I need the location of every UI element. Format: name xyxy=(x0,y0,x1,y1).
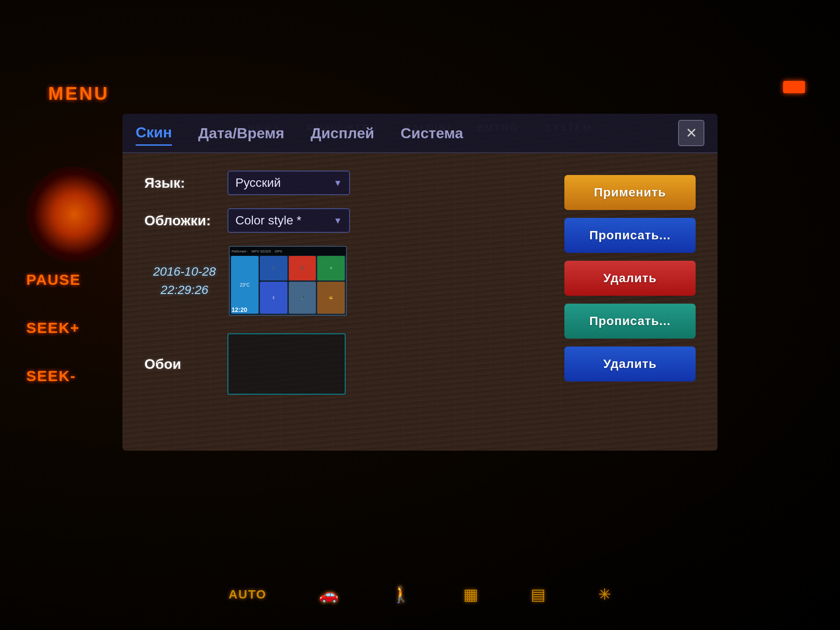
language-value: Русский xyxy=(235,176,281,190)
register1-button[interactable]: Прописать... xyxy=(564,218,696,253)
wallpaper-label: Обои xyxy=(144,356,214,372)
preview-tile-radio: 📻 xyxy=(317,282,345,314)
indicator-light xyxy=(783,81,805,93)
language-dropdown-arrow: ▼ xyxy=(333,178,342,188)
wallpaper-section: Обои xyxy=(144,333,547,395)
datetime-block: 2016-10-28 22:29:26 xyxy=(153,262,216,299)
tab-datetime[interactable]: Дата/Время xyxy=(198,121,284,145)
preview-status-bar: Работает- MPV 32/323 GPS xyxy=(230,247,346,256)
preview-row: 2016-10-28 22:29:26 Работает- MPV 32/323… xyxy=(144,246,547,316)
preview-status-text: Работает- MPV 32/323 GPS xyxy=(231,249,282,253)
pause-button[interactable]: PAUSE xyxy=(26,271,81,288)
person-icon: 🚶 xyxy=(391,585,411,604)
preview-time: 12:20 xyxy=(231,306,247,313)
content-area: Язык: Русский ▼ Обложки: Color style * ▼… xyxy=(122,153,718,451)
covers-dropdown-arrow: ▼ xyxy=(333,216,342,226)
left-section: Язык: Русский ▼ Обложки: Color style * ▼… xyxy=(144,171,547,433)
delete1-button[interactable]: Удалить xyxy=(564,261,696,296)
bottom-bar: AUTO 🚗 🚶 ▦ ▤ ✳ xyxy=(0,585,840,604)
covers-label: Обложки: xyxy=(144,213,214,229)
covers-row: Обложки: Color style * ▼ xyxy=(144,208,547,233)
delete2-button[interactable]: Удалить xyxy=(564,346,696,382)
menu-label[interactable]: MENU xyxy=(48,83,109,104)
language-row: Язык: Русский ▼ xyxy=(144,171,547,195)
preview-tile-weather: 23°C xyxy=(231,256,259,314)
covers-select[interactable]: Color style * ▼ xyxy=(228,208,350,233)
wallpaper-preview[interactable] xyxy=(228,333,346,395)
close-button[interactable]: ✕ xyxy=(678,120,704,146)
tab-skin[interactable]: Скин xyxy=(136,120,172,146)
preview-tile-phone: 🎧 xyxy=(289,256,316,280)
register2-button[interactable]: Прописать... xyxy=(564,304,696,339)
auto-label[interactable]: AUTO xyxy=(229,588,267,602)
heat1-icon: ▦ xyxy=(463,585,478,604)
right-section: Применить Прописать... Удалить Прописать… xyxy=(564,171,696,433)
tab-display[interactable]: Дисплей xyxy=(311,121,374,145)
preview-tile-tv: 📺 xyxy=(289,282,316,314)
preview-tile-music: 🎵 xyxy=(260,256,287,280)
fan-icon: ✳ xyxy=(598,585,611,604)
time-display: 22:29:26 xyxy=(153,281,216,299)
language-label: Язык: xyxy=(144,175,214,191)
preview-tile-dvd: ⊙ xyxy=(317,256,345,280)
seek-plus-button[interactable]: SEEK+ xyxy=(26,319,80,336)
main-screen: Скин Дата/Время Дисплей Система ✕ Язык: … xyxy=(122,114,718,451)
tab-bar: Скин Дата/Время Дисплей Система ✕ xyxy=(122,114,718,153)
language-select[interactable]: Русский ▼ xyxy=(228,171,350,195)
volume-knob-glow xyxy=(26,166,122,262)
heat2-icon: ▤ xyxy=(531,585,546,604)
preview-inner: Работает- MPV 32/323 GPS 23°C 🎵 🎧 ⊙ ₿ 📺 … xyxy=(230,247,346,315)
car-icon: 🚗 xyxy=(319,585,339,604)
date-display: 2016-10-28 xyxy=(153,262,216,281)
covers-value: Color style * xyxy=(235,214,301,228)
apply-button[interactable]: Применить xyxy=(564,175,696,210)
skin-preview[interactable]: Работает- MPV 32/323 GPS 23°C 🎵 🎧 ⊙ ₿ 📺 … xyxy=(229,246,347,316)
tab-system[interactable]: Система xyxy=(400,121,463,145)
seek-minus-button[interactable]: SEEK- xyxy=(26,368,76,385)
preview-tile-bt: ₿ xyxy=(260,282,287,314)
